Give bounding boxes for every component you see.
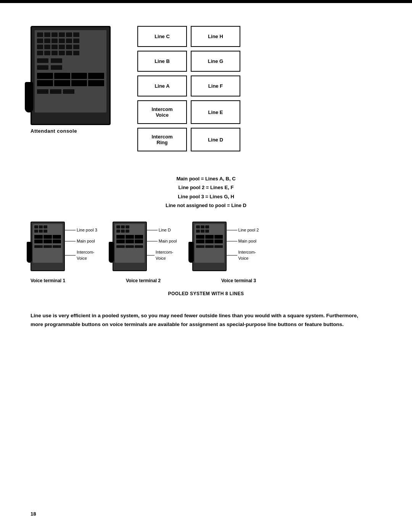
console-btn [73,32,79,37]
button-line-f: Line F [191,76,240,96]
t-bottom-row [196,245,223,248]
console-big-btn [37,73,53,79]
terminal-1-handset [27,242,32,263]
terminal-1-phone [31,222,65,271]
t-bottom-row [116,245,143,248]
console-btn [73,45,79,49]
console-inner [35,30,106,113]
terminals-section: Line pool 3 Main pool Intercom-Voice [31,222,381,271]
t-btn [39,225,43,228]
line-icon [227,255,237,256]
console-btn [73,39,79,43]
terminal-3-label-linepool2: Line pool 2 [227,227,259,233]
t-btn [43,225,47,228]
console-big-btn [54,73,70,79]
system-label: POOLED SYSTEM WITH 8 LINES [31,291,381,296]
console-btn [44,39,50,43]
console-big-btns [37,73,104,86]
t-big-btn [53,239,61,243]
t-big-grid [34,235,61,243]
terminal-2-handset [109,242,114,263]
top-section: Attendant console Line C Line H Line B L… [31,26,381,151]
console-drawing [31,26,111,125]
line-icon [65,241,76,241]
line-icon [227,230,237,230]
console-btn [66,32,72,37]
terminal-1-group: Line pool 3 Main pool Intercom-Voice [31,222,97,271]
t-btn [121,230,125,233]
t-big-btn [126,235,134,239]
line-icon [65,255,76,256]
t-big-btn [34,239,43,243]
t-big-btn [196,239,204,243]
console-area: Attendant console [31,26,114,134]
t-big-btn [116,239,125,243]
t-btn [196,225,200,228]
t-big-btn [196,235,204,239]
terminal-1-inner [33,224,63,263]
console-btn [59,32,65,37]
pool-info: Main pool = Lines A, B, C Line pool 2 = … [31,174,381,210]
t-btn [201,230,204,233]
button-intercom-ring: IntercomRing [137,128,187,151]
t-btn [116,225,120,228]
t-bottom-btn [43,245,52,248]
t-big-btn [214,235,223,239]
console-big-btn [71,73,87,79]
t-big-grid [196,235,223,243]
terminal-3-handset [188,242,194,263]
button-grid: Line C Line H Line B Line G Line A Line … [137,26,240,151]
console-btn-wide [37,65,48,70]
button-line-a: Line A [137,76,187,96]
terminal-2-inner [115,224,145,263]
console-btn [59,45,65,49]
t-big-btn [34,235,43,239]
console-btn-wide [51,65,62,70]
page-number: 18 [31,511,36,517]
console-btn [52,45,58,49]
console-btn-wide [63,89,74,94]
console-btn [66,45,72,49]
terminal-1-label-linepool3: Line pool 3 [65,227,97,233]
button-line-c: Line C [137,26,187,47]
t-bottom-btn [196,245,204,248]
t-big-btn [126,239,134,243]
terminal-3-caption: Voice terminal 3 [221,278,298,283]
t-big-btn [43,235,52,239]
t-bottom-row [34,245,61,248]
terminal-2-caption: Voice terminal 2 [126,278,210,283]
t-btn [126,230,129,233]
button-line-d: Line D [191,128,240,151]
terminal-2-labels: Line D Main pool Intercom-Voice [147,222,177,262]
t-bottom-btn [126,245,134,248]
console-btn-wide [50,89,61,94]
button-line-e: Line E [191,100,240,124]
terminal-2-label-lined: Line D [147,227,177,233]
t-btn [39,230,43,233]
t-big-btn [135,239,143,243]
console-btn [66,51,72,55]
console-btn [44,45,50,49]
line-icon [147,241,158,241]
pool-info-line-3: Line pool 3 = Lines G, H [31,192,381,201]
t-btn [196,230,200,233]
terminal-2-phone [113,222,147,271]
body-text: Line use is very efficient in a pooled s… [31,312,366,329]
terminal-3-inner [195,224,224,263]
pool-info-line-1: Main pool = Lines A, B, C [31,174,381,183]
terminal-3-label-mainpool: Main pool [227,238,259,244]
console-big-btn [71,80,87,86]
terminal-3-labels: Line pool 2 Main pool Intercom-Voice [227,222,259,262]
line-icon [227,241,237,241]
console-btn [52,51,58,55]
t-btn [34,225,38,228]
pool-info-line-4: Line not assigned to pool = Line D [31,201,381,210]
terminal-3-phone [192,222,227,271]
t-btn [121,225,125,228]
t-big-btn [205,235,214,239]
terminal-2-label-intercomvoice: Intercom-Voice [147,249,177,261]
t-bottom-btn [34,245,43,248]
console-btn [59,51,65,55]
t-bottom-btn [214,245,223,248]
console-btn [37,32,43,37]
